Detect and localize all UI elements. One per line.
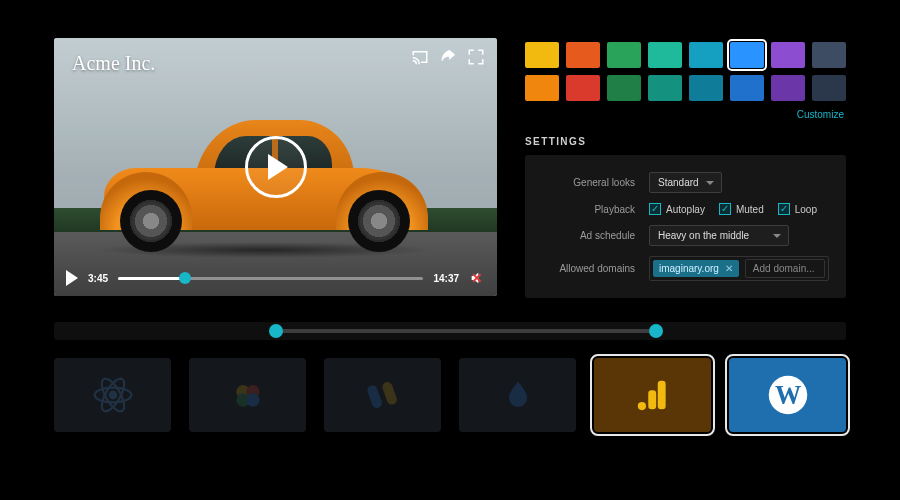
settings-heading: SETTINGS xyxy=(525,136,846,147)
brand-watermark: Acme Inc. xyxy=(72,52,155,75)
ads-label: Ad schedule xyxy=(539,230,635,241)
ads-select[interactable]: Heavy on the middle xyxy=(649,225,789,246)
loop-checkbox[interactable]: ✓Loop xyxy=(778,203,817,215)
seek-bar[interactable] xyxy=(118,277,423,280)
color-palette xyxy=(525,42,846,101)
svg-point-7 xyxy=(246,393,259,406)
color-swatch[interactable] xyxy=(607,75,641,101)
color-swatch[interactable] xyxy=(607,42,641,68)
color-swatch[interactable] xyxy=(812,42,846,68)
svg-rect-9 xyxy=(380,381,397,406)
svg-text:W: W xyxy=(774,381,800,410)
integration-gcloud[interactable] xyxy=(189,358,306,432)
integration-analytics[interactable] xyxy=(594,358,711,432)
range-slider[interactable] xyxy=(54,322,846,340)
domain-chip[interactable]: imaginary.org ✕ xyxy=(653,260,739,277)
domain-input[interactable]: Add domain... xyxy=(745,259,825,278)
svg-rect-10 xyxy=(657,381,665,410)
integration-droplet[interactable] xyxy=(459,358,576,432)
svg-rect-11 xyxy=(648,390,656,409)
integration-adsense[interactable] xyxy=(324,358,441,432)
customize-link[interactable]: Customize xyxy=(525,109,846,120)
integrations-strip: W xyxy=(54,358,846,432)
svg-point-12 xyxy=(637,402,645,410)
color-swatch[interactable] xyxy=(689,42,723,68)
color-swatch[interactable] xyxy=(525,75,559,101)
color-swatch[interactable] xyxy=(648,75,682,101)
color-swatch[interactable] xyxy=(812,75,846,101)
play-overlay-button[interactable] xyxy=(245,136,307,198)
color-swatch[interactable] xyxy=(730,42,764,68)
color-swatch[interactable] xyxy=(566,42,600,68)
domains-label: Allowed domains xyxy=(539,263,635,274)
range-handle-start[interactable] xyxy=(269,324,283,338)
share-icon[interactable] xyxy=(439,48,457,66)
current-time: 3:45 xyxy=(88,273,108,284)
looks-label: General looks xyxy=(539,177,635,188)
fullscreen-icon[interactable] xyxy=(467,48,485,66)
mute-icon[interactable]: ✕ xyxy=(469,270,485,286)
cast-icon[interactable] xyxy=(411,48,429,66)
seek-knob[interactable] xyxy=(179,272,191,284)
color-swatch[interactable] xyxy=(566,75,600,101)
play-button[interactable] xyxy=(66,270,78,286)
chip-remove-icon[interactable]: ✕ xyxy=(725,263,733,274)
svg-point-3 xyxy=(109,392,116,399)
duration: 14:37 xyxy=(433,273,459,284)
integration-wordpress[interactable]: W xyxy=(729,358,846,432)
autoplay-checkbox[interactable]: ✓Autoplay xyxy=(649,203,705,215)
muted-checkbox[interactable]: ✓Muted xyxy=(719,203,764,215)
video-player[interactable]: Acme Inc. 3:45 14 xyxy=(54,38,497,296)
range-handle-end[interactable] xyxy=(649,324,663,338)
color-swatch[interactable] xyxy=(525,42,559,68)
color-swatch[interactable] xyxy=(771,75,805,101)
color-swatch[interactable] xyxy=(648,42,682,68)
svg-rect-8 xyxy=(365,384,382,409)
color-swatch[interactable] xyxy=(730,75,764,101)
settings-panel: General looks Standard Playback ✓Autopla… xyxy=(525,155,846,298)
color-swatch[interactable] xyxy=(771,42,805,68)
integration-react[interactable] xyxy=(54,358,171,432)
color-swatch[interactable] xyxy=(689,75,723,101)
playback-label: Playback xyxy=(539,204,635,215)
looks-select[interactable]: Standard xyxy=(649,172,722,193)
